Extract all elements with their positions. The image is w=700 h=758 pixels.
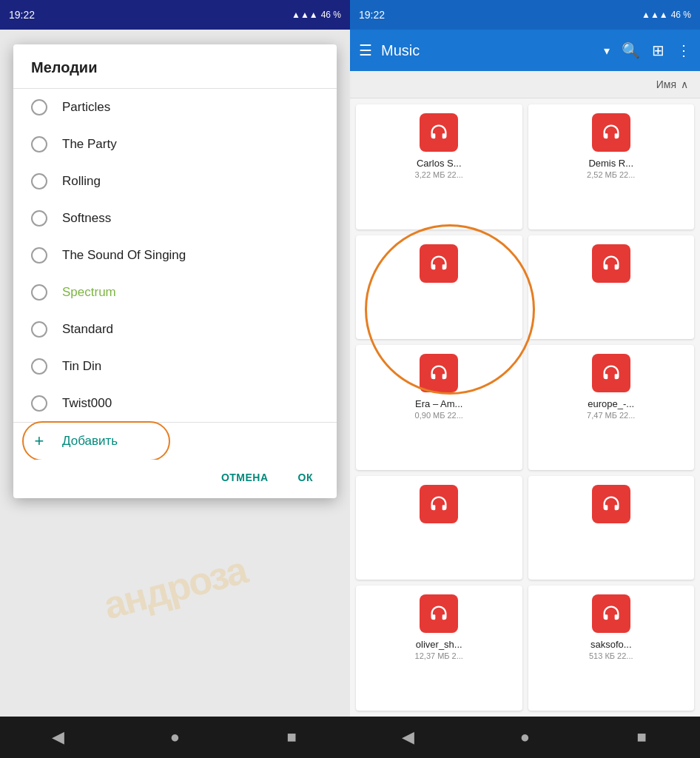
- file-card-demis[interactable]: Demis R... 2,52 МБ 22...: [528, 104, 695, 229]
- status-icons-right: ▲▲▲ 46 %: [642, 10, 691, 20]
- home-button-left[interactable]: ●: [158, 721, 191, 754]
- time-left: 19:22: [9, 9, 35, 21]
- radio-soundofsinging[interactable]: [31, 247, 47, 264]
- file-card-unknown1[interactable]: [356, 235, 522, 339]
- melody-name-softness: Softness: [62, 211, 111, 226]
- file-card-europe[interactable]: europe_-... 7,47 МБ 22...: [528, 345, 695, 470]
- file-meta-europe: 7,47 МБ 22...: [587, 411, 635, 420]
- more-icon[interactable]: ⋮: [676, 41, 691, 59]
- add-label[interactable]: Добавить: [62, 434, 118, 449]
- back-button-left[interactable]: ◀: [42, 721, 75, 754]
- melody-item-particles[interactable]: Particles: [13, 89, 337, 126]
- sort-arrow-icon[interactable]: ∧: [681, 78, 688, 90]
- file-meta-demis: 2,52 МБ 22...: [587, 170, 635, 179]
- battery-right: 46 %: [671, 10, 691, 20]
- radio-standard[interactable]: [31, 321, 47, 338]
- file-meta-era: 0,90 МБ 22...: [415, 411, 463, 420]
- recents-button-left[interactable]: ■: [275, 721, 308, 754]
- cancel-button[interactable]: ОТМЕНА: [209, 466, 280, 489]
- file-card-unknown2[interactable]: [528, 235, 695, 339]
- file-card-oliver[interactable]: oliver_sh... 12,37 МБ 2...: [356, 586, 522, 711]
- sort-label[interactable]: Имя: [656, 78, 676, 90]
- home-button-right[interactable]: ●: [508, 721, 541, 754]
- signal-icon: ▲▲▲: [292, 10, 318, 20]
- melody-item-twist000[interactable]: Twist000: [13, 385, 337, 422]
- file-meta-saksofo: 513 КБ 22...: [589, 651, 633, 660]
- watermark: андроза: [0, 521, 349, 654]
- melody-name-spectrum: Spectrum: [62, 285, 116, 300]
- radio-softness[interactable]: [31, 210, 47, 227]
- melody-item-softness[interactable]: Softness: [13, 200, 337, 237]
- radio-rolling[interactable]: [31, 173, 47, 190]
- melody-list: Particles The Party Rolling Softness The…: [13, 89, 337, 460]
- melody-name-twist000: Twist000: [62, 396, 112, 411]
- radio-theparty[interactable]: [31, 136, 47, 152]
- dialog-title: Мелодии: [13, 44, 337, 89]
- status-bar-right: 19:22 ▲▲▲ 46 %: [350, 0, 700, 30]
- melody-name-soundofsinging: The Sound Of Singing: [62, 248, 186, 263]
- file-icon-unknown2: [592, 244, 630, 283]
- sort-bar: Имя ∧: [350, 71, 700, 98]
- file-card-era[interactable]: Era – Am... 0,90 МБ 22...: [356, 345, 522, 470]
- file-name-carlos: Carlos S...: [417, 158, 462, 169]
- bottom-nav-right: ◀ ● ■: [350, 717, 700, 758]
- melody-item-spectrum[interactable]: Spectrum: [13, 274, 337, 311]
- back-button-right[interactable]: ◀: [392, 721, 425, 754]
- melody-item-soundofsinging[interactable]: The Sound Of Singing: [13, 237, 337, 274]
- file-icon-saksofo: [592, 594, 630, 633]
- grid-icon[interactable]: ⊞: [652, 41, 664, 59]
- left-panel: 19:22 ▲▲▲ 46 % андроза Мелодии Particles…: [0, 0, 350, 758]
- file-icon-carlos: [420, 113, 458, 152]
- melody-item-theparty[interactable]: The Party: [13, 126, 337, 163]
- radio-spectrum[interactable]: [31, 284, 47, 301]
- add-row[interactable]: + Добавить: [13, 422, 337, 460]
- file-icon-era: [420, 354, 458, 392]
- file-meta-oliver: 12,37 МБ 2...: [415, 651, 463, 660]
- file-icon-unknown3: [420, 485, 458, 523]
- file-name-saksofo: saksofo...: [590, 639, 632, 650]
- radio-twist000[interactable]: [31, 395, 47, 412]
- melody-name-tindin: Tin Din: [62, 359, 101, 374]
- melody-dialog: Мелодии Particles The Party Rolling Soft…: [13, 44, 337, 498]
- toolbar-title: Music: [381, 42, 598, 59]
- file-meta-carlos: 3,22 МБ 22...: [415, 170, 463, 179]
- file-icon-europe: [592, 354, 630, 392]
- files-grid: Carlos S... 3,22 МБ 22... Demis R... 2,5…: [350, 98, 700, 717]
- dialog-actions: ОТМЕНА ОК: [13, 460, 337, 498]
- time-right: 19:22: [359, 9, 385, 21]
- ok-button[interactable]: ОК: [286, 466, 325, 489]
- file-name-europe: europe_-...: [588, 398, 634, 409]
- file-card-unknown3[interactable]: [356, 476, 522, 580]
- radio-particles[interactable]: [31, 99, 47, 115]
- melody-name-theparty: The Party: [62, 137, 117, 152]
- right-panel: 19:22 ▲▲▲ 46 % ☰ Music ▾ 🔍 ⊞ ⋮ Имя ∧ Car…: [350, 0, 700, 758]
- search-icon[interactable]: 🔍: [622, 41, 640, 59]
- file-icon-demis: [592, 113, 630, 152]
- melody-item-rolling[interactable]: Rolling: [13, 163, 337, 200]
- file-icon-unknown1: [420, 244, 458, 283]
- bottom-nav-left: ◀ ● ■: [0, 717, 350, 758]
- file-card-saksofo[interactable]: saksofo... 513 КБ 22...: [528, 586, 695, 711]
- menu-icon[interactable]: ☰: [359, 41, 372, 59]
- file-name-oliver: oliver_sh...: [416, 639, 462, 650]
- melody-item-tindin[interactable]: Tin Din: [13, 348, 337, 385]
- file-name-era: Era – Am...: [415, 398, 462, 409]
- toolbar-right: ☰ Music ▾ 🔍 ⊞ ⋮: [350, 30, 700, 71]
- file-icon-unknown4: [592, 485, 630, 523]
- file-card-unknown4[interactable]: [528, 476, 695, 580]
- radio-tindin[interactable]: [31, 358, 47, 375]
- melody-item-standard[interactable]: Standard: [13, 311, 337, 348]
- plus-icon: +: [31, 433, 47, 449]
- file-icon-oliver: [420, 594, 458, 633]
- recents-button-right[interactable]: ■: [625, 721, 658, 754]
- status-bar-left: 19:22 ▲▲▲ 46 %: [0, 0, 350, 30]
- melody-name-standard: Standard: [62, 322, 113, 337]
- file-name-demis: Demis R...: [588, 158, 633, 169]
- file-card-carlos[interactable]: Carlos S... 3,22 МБ 22...: [356, 104, 522, 229]
- battery-left: 46 %: [321, 10, 341, 20]
- melody-name-particles: Particles: [62, 100, 110, 115]
- status-icons-left: ▲▲▲ 46 %: [292, 10, 341, 20]
- dropdown-icon[interactable]: ▾: [604, 44, 610, 58]
- signal-icon-right: ▲▲▲: [642, 10, 668, 20]
- melody-name-rolling: Rolling: [62, 174, 101, 189]
